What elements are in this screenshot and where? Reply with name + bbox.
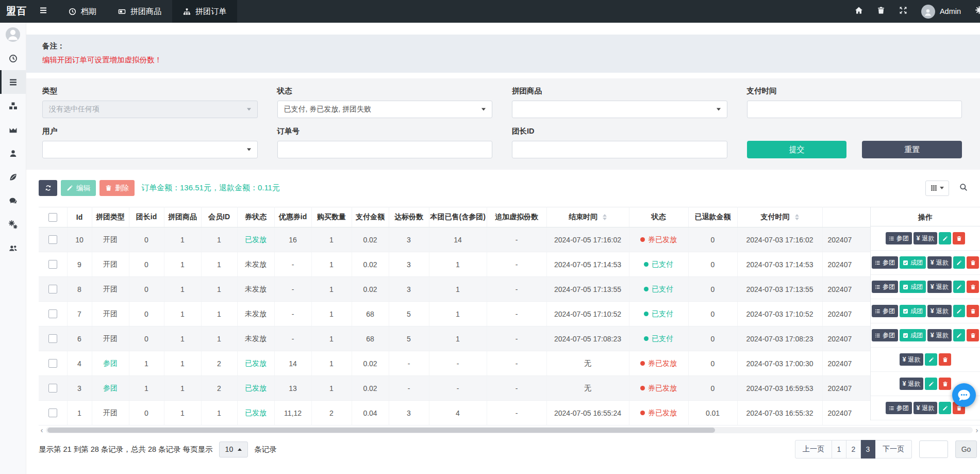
del-action-button[interactable] <box>967 281 979 293</box>
horizontal-scrollbar[interactable]: ‹ › <box>39 427 980 434</box>
row-checkbox[interactable] <box>48 384 57 393</box>
group-action-button[interactable]: 成团 <box>900 256 926 269</box>
join-action-button[interactable]: 参团 <box>886 232 912 244</box>
del-action-button[interactable] <box>953 232 965 244</box>
edit-action-button[interactable] <box>939 232 951 244</box>
sort-control[interactable] <box>603 214 607 220</box>
del-action-button[interactable] <box>939 378 951 390</box>
cell-qty: 1 <box>311 351 352 376</box>
sidebar-item-cubes[interactable] <box>0 94 26 118</box>
go-page-input[interactable] <box>919 440 948 458</box>
delete-button[interactable]: 删除 <box>99 180 135 196</box>
refund-action-button[interactable]: ¥退款 <box>913 232 938 244</box>
filter-select-1[interactable]: 已支付, 券已发放, 拼团失败 <box>277 101 493 118</box>
edit-action-button[interactable] <box>953 281 966 293</box>
refund-action-button[interactable]: ¥退款 <box>927 305 952 317</box>
sidebar-item-list[interactable] <box>0 70 26 94</box>
nav-tab-2[interactable]: 拼团商品 <box>107 0 172 23</box>
edit-button[interactable]: 编辑 <box>61 180 96 196</box>
refund-action-button[interactable]: ¥退款 <box>927 329 952 341</box>
sidebar-item-leaf[interactable] <box>0 165 26 189</box>
brand-logo[interactable]: 盟百 <box>0 5 32 18</box>
cell-coupon-id: - <box>274 302 311 326</box>
trash-button[interactable] <box>877 6 885 17</box>
page-button-3[interactable]: 3 <box>861 440 875 459</box>
sidebar-avatar[interactable] <box>0 23 26 46</box>
sidebar-item-cogs[interactable] <box>0 213 26 236</box>
row-checkbox[interactable] <box>48 359 57 368</box>
row-checkbox[interactable] <box>48 334 57 343</box>
sidebar-toggle-button[interactable] <box>37 4 49 19</box>
edit-action-button[interactable] <box>925 353 937 366</box>
nav-tab-1[interactable]: 档期 <box>58 0 107 23</box>
sidebar-item-chart-area[interactable] <box>0 118 26 141</box>
row-checkbox[interactable] <box>48 285 57 293</box>
refund-action-button[interactable]: ¥退款 <box>927 281 952 293</box>
scroll-left-arrow[interactable]: ‹ <box>39 427 45 433</box>
refund-action-button[interactable]: ¥退款 <box>900 353 924 366</box>
submit-button[interactable]: 提交 <box>747 141 847 158</box>
del-action-button[interactable] <box>939 353 951 366</box>
del-action-button[interactable] <box>967 329 979 341</box>
join-action-button[interactable]: 参团 <box>872 256 898 269</box>
status-badge: 已支付 <box>644 334 673 344</box>
chat-support-button[interactable] <box>952 383 976 407</box>
cell-amount: 0.02 <box>352 351 389 376</box>
sidebar-item-users[interactable] <box>0 236 26 260</box>
home-button[interactable] <box>855 6 863 17</box>
refund-action-button[interactable]: ¥退款 <box>927 256 952 269</box>
select-all-checkbox[interactable] <box>48 213 57 222</box>
row-checkbox[interactable] <box>48 235 57 244</box>
page-button-2[interactable]: 2 <box>846 440 861 459</box>
del-action-button[interactable] <box>967 305 979 317</box>
group-action-button[interactable]: 成团 <box>900 329 926 341</box>
edit-action-button[interactable] <box>939 402 951 414</box>
column-header[interactable]: 结束时间 <box>546 207 629 227</box>
nav-tab-3[interactable]: 拼团订单 <box>172 0 237 23</box>
filter-select-0[interactable]: 没有选中任何项 <box>42 101 258 118</box>
del-action-button[interactable] <box>967 256 979 269</box>
scrollbar-track[interactable] <box>46 427 973 433</box>
edit-action-button[interactable] <box>925 378 937 390</box>
column-header[interactable]: 支付时间 <box>737 207 822 227</box>
cell-coupon-status: 已发放 <box>237 227 274 252</box>
filter-input-6[interactable] <box>512 141 727 158</box>
edit-action-button[interactable] <box>953 256 966 269</box>
filter-select-2[interactable] <box>512 101 727 118</box>
row-checkbox[interactable] <box>48 309 57 318</box>
reset-button[interactable]: 重置 <box>862 141 962 158</box>
columns-toggle-button[interactable] <box>925 181 949 196</box>
gear-button[interactable] <box>975 6 980 17</box>
sidebar-item-comments[interactable] <box>0 189 26 213</box>
edit-action-button[interactable] <box>953 329 966 341</box>
expand-button[interactable] <box>899 6 907 17</box>
search-button[interactable] <box>958 182 969 194</box>
status-dot-icon <box>644 287 649 291</box>
refresh-button[interactable] <box>39 180 57 196</box>
scrollbar-thumb[interactable] <box>47 428 715 433</box>
sort-control[interactable] <box>795 214 799 220</box>
group-action-button[interactable]: 成团 <box>900 281 926 293</box>
join-action-button[interactable]: 参团 <box>886 402 912 414</box>
filter-input-5[interactable] <box>277 141 493 158</box>
go-button[interactable]: Go <box>955 440 977 458</box>
row-checkbox[interactable] <box>48 260 57 269</box>
page-size-select[interactable]: 10 <box>219 442 248 457</box>
row-checkbox[interactable] <box>48 408 57 417</box>
refund-action-button[interactable]: ¥退款 <box>900 378 924 390</box>
edit-action-button[interactable] <box>953 305 966 317</box>
join-action-button[interactable]: 参团 <box>872 281 898 293</box>
user-menu[interactable]: Admin <box>921 5 961 19</box>
sidebar-item-user[interactable] <box>0 141 26 165</box>
sidebar-item-clock[interactable] <box>0 46 26 70</box>
join-action-button[interactable]: 参团 <box>872 329 898 341</box>
scroll-right-arrow[interactable]: › <box>974 427 980 433</box>
join-action-button[interactable]: 参团 <box>872 305 898 317</box>
prev-page-button[interactable]: 上一页 <box>795 440 832 459</box>
page-button-1[interactable]: 1 <box>832 440 846 459</box>
group-action-button[interactable]: 成团 <box>900 305 926 317</box>
refund-action-button[interactable]: ¥退款 <box>913 402 938 414</box>
filter-input-3[interactable] <box>747 101 962 118</box>
filter-select-4[interactable] <box>42 141 258 158</box>
next-page-button[interactable]: 下一页 <box>875 440 912 459</box>
